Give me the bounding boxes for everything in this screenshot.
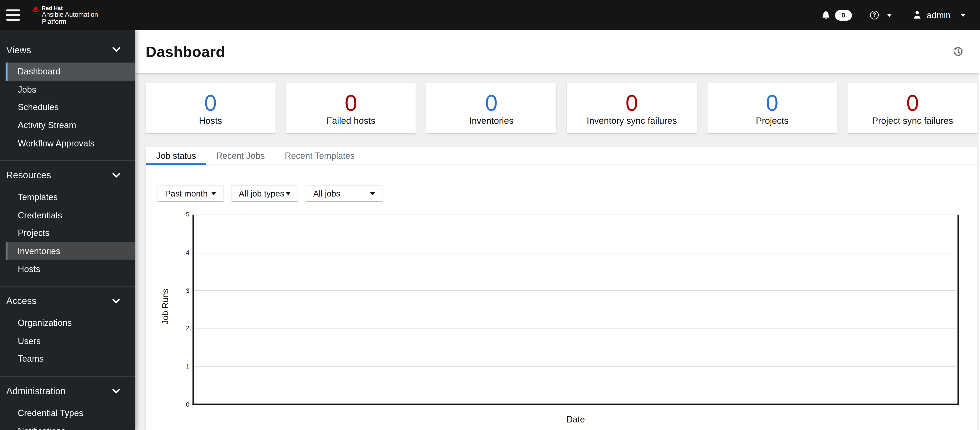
notification-count-badge[interactable]: 0 — [835, 10, 852, 21]
sidebar-item-credential-types[interactable]: Credential Types — [6, 404, 135, 422]
gridline — [194, 291, 958, 291]
tab-job-status[interactable]: Job status — [146, 147, 206, 165]
period-select[interactable]: Past month — [158, 185, 224, 202]
stat-cards-row: 0 Hosts 0 Failed hosts 0 Inventories 0 I… — [146, 83, 977, 133]
brand-line-2: Ansible Automation — [42, 11, 98, 18]
redhat-fedora-icon — [32, 6, 40, 13]
history-icon[interactable] — [953, 47, 963, 57]
jobs-select-value: All jobs — [313, 189, 340, 198]
stat-label: Hosts — [199, 115, 222, 126]
jobs-select[interactable]: All jobs — [305, 185, 382, 202]
x-axis-label: Date — [192, 414, 959, 424]
nav-section-title: Access — [6, 296, 37, 306]
nav-section-views: Views Dashboard Jobs Schedules Activity … — [0, 30, 135, 160]
notifications-button[interactable]: 0 — [821, 10, 852, 21]
username-label: admin — [927, 10, 951, 20]
job-type-select[interactable]: All job types — [231, 185, 298, 202]
stat-label: Failed hosts — [326, 115, 375, 126]
y-tick-label: 3 — [170, 287, 189, 294]
sidebar-item-workflow-approvals[interactable]: Workflow Approvals — [6, 134, 135, 152]
chevron-down-icon — [887, 13, 892, 16]
nav-item-label: Hosts — [18, 264, 40, 274]
y-axis-label: Job Runs — [161, 287, 169, 326]
nav-item-label: Activity Stream — [18, 120, 76, 130]
sidebar-item-credentials[interactable]: Credentials — [6, 206, 135, 224]
nav-section-title: Resources — [6, 170, 51, 181]
sidebar-item-projects[interactable]: Projects — [6, 224, 135, 242]
y-tick-label: 5 — [170, 211, 189, 218]
nav-toggle-button[interactable] — [6, 7, 21, 23]
dashboard-content: 0 Hosts 0 Failed hosts 0 Inventories 0 I… — [135, 73, 980, 430]
chevron-down-icon — [113, 173, 120, 178]
gridline — [194, 253, 958, 254]
nav-item-label: Projects — [18, 228, 49, 238]
chevron-down-icon — [113, 47, 120, 52]
y-tick-label: 2 — [170, 325, 189, 332]
nav-item-label: Organizations — [18, 318, 72, 328]
nav-section-resources: Resources Templates Credentials Projects… — [0, 160, 135, 286]
stat-label: Inventory sync failures — [587, 115, 677, 126]
bell-icon — [821, 10, 830, 21]
user-menu-button[interactable]: admin — [912, 10, 966, 20]
app-root: Red Hat Ansible Automation Platform 0 ? — [0, 0, 980, 430]
brand-text: Red Hat Ansible Automation Platform — [42, 5, 98, 25]
sidebar-item-users[interactable]: Users — [6, 332, 135, 350]
gridline — [194, 328, 958, 329]
tab-recent-templates[interactable]: Recent Templates — [275, 147, 364, 165]
job-runs-chart-plot-area — [192, 214, 959, 405]
brand-line-3: Platform — [42, 18, 98, 25]
sidebar-item-hosts[interactable]: Hosts — [6, 260, 135, 278]
caret-down-icon — [286, 192, 291, 195]
nav-section-access: Access Organizations Users Teams — [0, 286, 135, 376]
stat-value-link[interactable]: 0 — [625, 91, 638, 115]
gridline — [194, 366, 958, 367]
nav-section-administration: Administration Credential Types Notifica… — [0, 376, 135, 430]
sidebar-item-schedules[interactable]: Schedules — [6, 98, 135, 116]
chart-filters: Past month All job types All jobs — [158, 185, 977, 202]
nav-section-header-resources[interactable]: Resources — [0, 167, 135, 183]
nav-section-header-views[interactable]: Views — [0, 42, 135, 58]
nav-section-header-access[interactable]: Access — [0, 293, 135, 309]
sidebar-nav: Views Dashboard Jobs Schedules Activity … — [0, 30, 135, 430]
chevron-down-icon — [113, 299, 120, 304]
nav-item-label: Schedules — [18, 102, 59, 112]
stat-card-hosts: 0 Hosts — [146, 83, 275, 133]
stat-value-link[interactable]: 0 — [204, 91, 217, 115]
sidebar-item-activity-stream[interactable]: Activity Stream — [6, 116, 135, 134]
sidebar-item-templates[interactable]: Templates — [6, 188, 135, 206]
scrollbar-track[interactable] — [979, 30, 980, 430]
stat-label: Project sync failures — [872, 115, 953, 126]
sidebar-item-dashboard[interactable]: Dashboard — [6, 62, 135, 80]
stat-label: Inventories — [469, 115, 514, 126]
nav-item-label: Users — [18, 336, 41, 346]
nav-item-label: Notifications — [18, 426, 65, 430]
stat-value-link[interactable]: 0 — [766, 91, 779, 115]
nav-section-header-administration[interactable]: Administration — [0, 383, 135, 399]
stat-card-project-sync-failures: 0 Project sync failures — [848, 83, 978, 133]
nav-item-label: Dashboard — [18, 66, 60, 77]
help-menu-button[interactable]: ? — [870, 11, 892, 19]
chevron-down-icon — [113, 388, 120, 393]
nav-item-label: Credential Types — [18, 408, 83, 418]
masthead-toolbar: 0 ? admin — [821, 10, 980, 21]
stat-value-link[interactable]: 0 — [345, 91, 357, 115]
page-title: Dashboard — [146, 43, 225, 60]
nav-item-label: Teams — [18, 354, 43, 364]
sidebar-item-inventories[interactable]: Inventories — [6, 242, 135, 260]
sidebar-item-jobs[interactable]: Jobs — [6, 80, 135, 99]
masthead: Red Hat Ansible Automation Platform 0 ? — [0, 0, 980, 30]
sidebar-item-organizations[interactable]: Organizations — [6, 314, 135, 332]
job-status-panel: Job status Recent Jobs Recent Templates … — [146, 147, 977, 430]
job-type-select-value: All job types — [239, 189, 284, 198]
sidebar-item-notifications[interactable]: Notifications — [6, 422, 135, 430]
tab-bar: Job status Recent Jobs Recent Templates — [146, 147, 977, 165]
nav-section-title: Views — [6, 44, 31, 55]
stat-card-projects: 0 Projects — [707, 83, 837, 133]
stat-value-link[interactable]: 0 — [485, 91, 498, 115]
nav-item-label: Inventories — [18, 246, 60, 256]
stat-value-link[interactable]: 0 — [907, 91, 919, 115]
main-area: Dashboard 0 Hosts 0 Failed hosts 0 — [135, 30, 980, 430]
tab-recent-jobs[interactable]: Recent Jobs — [206, 147, 275, 165]
caret-down-icon — [370, 192, 375, 195]
sidebar-item-teams[interactable]: Teams — [6, 350, 135, 368]
